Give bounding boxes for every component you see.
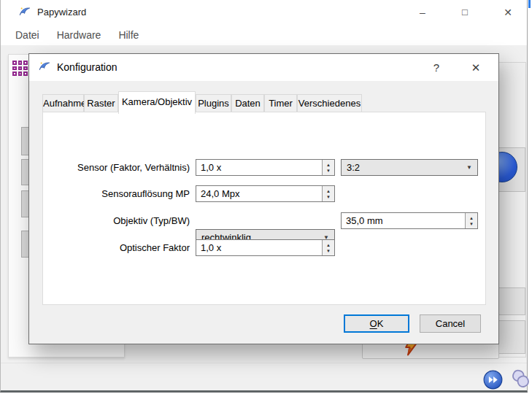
chevron-down-icon[interactable]: ▼: [461, 160, 477, 175]
sensor-ratio-value: 3:2: [342, 160, 461, 175]
lens-label: Objektiv (Typ/BW): [36, 212, 190, 229]
spin-up-icon[interactable]: ▲: [469, 215, 474, 221]
spin-down-icon[interactable]: ▼: [469, 221, 474, 227]
window-titlebar[interactable]: Papywizard – □ ✕: [1, 0, 527, 25]
papywizard-logo-icon: [18, 6, 31, 19]
simulation-knot-icon[interactable]: [509, 368, 532, 390]
spin-down-icon[interactable]: ▼: [326, 248, 331, 254]
spin-up-icon[interactable]: ▲: [326, 188, 331, 194]
focal-length-spinbox[interactable]: 35,0 mm ▲ ▼: [341, 212, 478, 229]
maximize-icon[interactable]: □: [450, 0, 479, 25]
spin-up-icon[interactable]: ▲: [326, 242, 331, 248]
tab-raster[interactable]: Raster: [84, 94, 118, 112]
optical-factor-label: Optischer Faktor: [36, 239, 190, 256]
statusbar: [1, 363, 527, 390]
resolution-value[interactable]: 24,0 Mpx: [196, 186, 322, 201]
cancel-button[interactable]: Cancel: [420, 314, 481, 333]
help-icon[interactable]: ?: [423, 54, 450, 81]
spin-down-icon[interactable]: ▼: [326, 194, 331, 200]
optical-factor-value[interactable]: 1,0 x: [196, 240, 322, 255]
resolution-spinbox[interactable]: 24,0 Mpx ▲ ▼: [196, 185, 335, 202]
fast-forward-icon[interactable]: [483, 370, 503, 390]
dialog-close-icon[interactable]: ✕: [462, 54, 490, 81]
tab-daten[interactable]: Daten: [231, 94, 264, 112]
papywizard-logo-icon: [38, 61, 51, 74]
spinner-buttons[interactable]: ▲ ▼: [322, 160, 334, 175]
sensor-label: Sensor (Faktor, Verhältnis): [36, 159, 190, 176]
tab-kamera-objektiv[interactable]: Kamera/Objektiv: [118, 91, 196, 114]
menu-item-hardware[interactable]: Hardware: [57, 29, 101, 41]
background-window-sliver: [528, 0, 531, 8]
dialog-title: Konfiguration: [57, 54, 117, 81]
dialog-titlebar[interactable]: Konfiguration ? ✕: [29, 54, 498, 81]
spin-down-icon[interactable]: ▼: [326, 168, 331, 174]
window-title: Papywizard: [37, 0, 86, 25]
minimize-icon[interactable]: –: [408, 0, 437, 25]
ok-button[interactable]: OK: [344, 314, 409, 333]
tab-plugins[interactable]: Plugins: [196, 94, 231, 112]
menubar: Datei Hardware Hilfe: [1, 25, 527, 45]
spinner-buttons[interactable]: ▲ ▼: [322, 240, 334, 255]
konfiguration-dialog: Konfiguration ? ✕ Aufnahme Raster Kamera…: [28, 53, 499, 344]
spin-up-icon[interactable]: ▲: [326, 162, 331, 168]
optical-factor-spinbox[interactable]: 1,0 x ▲ ▼: [196, 239, 335, 256]
sensor-ratio-combobox[interactable]: 3:2 ▼: [341, 159, 478, 176]
tab-content-pane: [42, 112, 486, 305]
tab-timer[interactable]: Timer: [264, 94, 297, 112]
menu-item-datei[interactable]: Datei: [15, 29, 39, 41]
screen: Papywizard – □ ✕ Datei Hardware Hilfe: [0, 0, 532, 394]
focal-length-value[interactable]: 35,0 mm: [342, 213, 465, 228]
menu-item-hilfe[interactable]: Hilfe: [118, 29, 139, 41]
spinner-buttons[interactable]: ▲ ▼: [465, 213, 477, 228]
resolution-label: Sensorauflösung MP: [36, 185, 190, 202]
sensor-factor-value[interactable]: 1,0 x: [196, 160, 322, 175]
close-icon[interactable]: ✕: [493, 0, 523, 25]
tab-verschiedenes[interactable]: Verschiedenes: [297, 94, 362, 112]
tab-aufnahme[interactable]: Aufnahme: [42, 94, 84, 112]
spinner-buttons[interactable]: ▲ ▼: [322, 186, 334, 201]
sensor-factor-spinbox[interactable]: 1,0 x ▲ ▼: [196, 159, 335, 176]
mosaic-grid-icon: [12, 61, 28, 76]
